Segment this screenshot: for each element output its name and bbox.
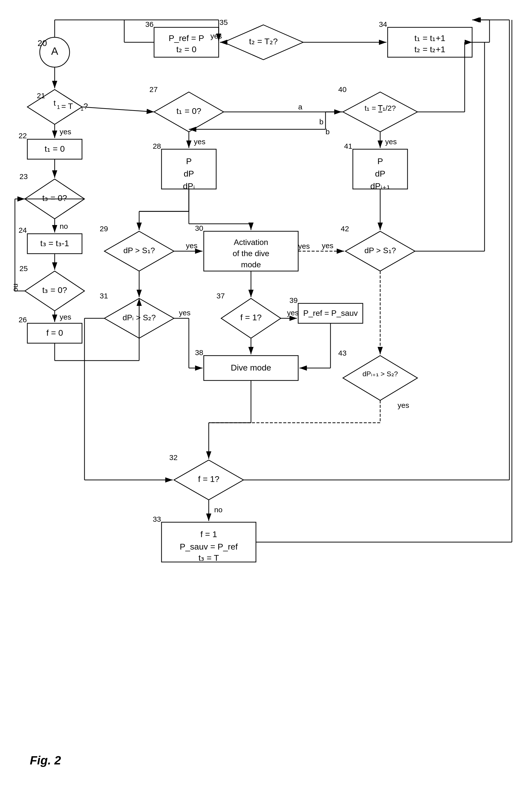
svg-text:t₁ = 0?: t₁ = 0? [176,106,201,116]
svg-text:no: no [214,506,222,514]
svg-text:yes: yes [322,241,334,250]
svg-text:P: P [377,157,383,166]
svg-text:mode: mode [241,260,261,269]
svg-text:37: 37 [216,292,225,300]
svg-text:39: 39 [289,296,298,304]
svg-text:no: no [60,222,68,230]
svg-text:P_ref = P_sauv: P_ref = P_sauv [303,309,358,318]
svg-text:A: A [51,45,58,57]
svg-text:21: 21 [37,91,45,100]
svg-text:t₂ = 0: t₂ = 0 [176,44,196,54]
svg-text:36: 36 [145,20,154,28]
svg-text:dP: dP [375,169,385,178]
svg-text:= T: = T [61,102,73,111]
svg-text:35: 35 [220,18,228,26]
svg-text:f = 0: f = 0 [46,328,63,338]
svg-text:28: 28 [153,142,161,150]
svg-line-104 [82,107,154,112]
flowchart-diagram: A 20 t 1 = T 1 ? 21 t₁ = 0 22 t₃ = 0? 23… [0,0,532,797]
svg-text:Activation: Activation [234,238,268,247]
svg-text:yes: yes [398,401,409,409]
svg-text:t₃ = t₃-1: t₃ = t₃-1 [40,238,69,248]
svg-text:f = 1?: f = 1? [198,474,220,484]
svg-text:no: no [12,284,20,292]
svg-text:29: 29 [100,224,108,233]
svg-text:P: P [186,157,192,166]
svg-text:38: 38 [195,348,203,357]
svg-text:?: ? [83,102,88,111]
svg-text:yes: yes [287,309,299,317]
svg-text:t₁ = t₁+1: t₁ = t₁+1 [415,33,445,43]
svg-text:t₂ = t₂+1: t₂ = t₂+1 [415,44,445,54]
svg-text:yes: yes [60,313,71,321]
svg-text:30: 30 [195,224,203,232]
svg-text:f = 1?: f = 1? [240,312,262,322]
svg-text:yes: yes [186,241,197,250]
svg-text:dPᵢ₊₁ > S₂?: dPᵢ₊₁ > S₂? [363,370,398,378]
svg-marker-77 [343,356,417,400]
svg-text:42: 42 [341,224,349,233]
svg-text:1: 1 [80,106,83,112]
svg-text:t₁ = T̲₁/2?: t₁ = T̲₁/2? [364,104,396,112]
svg-text:t₁ = 0: t₁ = 0 [44,144,64,153]
svg-text:20: 20 [38,38,47,48]
svg-text:43: 43 [338,349,346,357]
svg-text:32: 32 [169,453,177,461]
svg-text:41: 41 [344,142,352,150]
svg-text:t₃ = T: t₃ = T [198,553,219,562]
svg-text:33: 33 [153,515,161,523]
svg-text:yes: yes [210,32,222,40]
svg-text:P_sauv = P_ref: P_sauv = P_ref [180,542,238,551]
svg-text:yes: yes [179,309,191,317]
svg-text:yes: yes [298,242,310,250]
svg-text:t: t [54,98,56,107]
svg-text:f = 1: f = 1 [200,529,217,539]
svg-text:Dive mode: Dive mode [231,363,271,372]
svg-text:dP > S₁?: dP > S₁? [364,246,396,255]
svg-text:yes: yes [385,138,397,146]
svg-text:yes: yes [60,128,71,136]
svg-text:P_ref = P: P_ref = P [169,33,204,43]
svg-text:dP > S₁?: dP > S₁? [123,246,155,255]
svg-text:of the dive: of the dive [232,249,269,258]
figure-label: Fig. 2 [30,754,61,767]
svg-text:22: 22 [19,131,27,140]
svg-text:23: 23 [19,172,27,181]
svg-text:1: 1 [57,104,60,110]
svg-text:t₃ = 0?: t₃ = 0? [42,285,67,295]
svg-text:yes: yes [194,138,206,146]
svg-text:40: 40 [338,85,346,93]
svg-text:34: 34 [379,20,387,28]
svg-text:b: b [325,128,330,136]
svg-text:26: 26 [19,315,27,324]
svg-text:31: 31 [100,292,108,300]
svg-text:a: a [298,103,302,111]
svg-text:dP: dP [184,169,194,178]
svg-text:t₂ = T₂?: t₂ = T₂? [249,37,278,46]
svg-text:25: 25 [19,264,27,273]
svg-text:t₃ = 0?: t₃ = 0? [42,193,67,203]
svg-text:27: 27 [149,85,157,93]
svg-text:b: b [319,117,324,126]
svg-text:24: 24 [19,226,27,234]
